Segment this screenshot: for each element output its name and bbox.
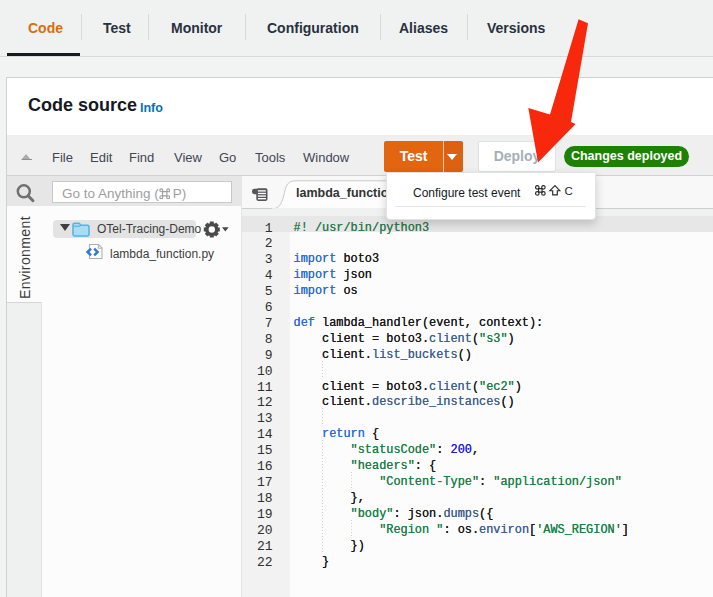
svg-text:C: C [564,185,572,197]
